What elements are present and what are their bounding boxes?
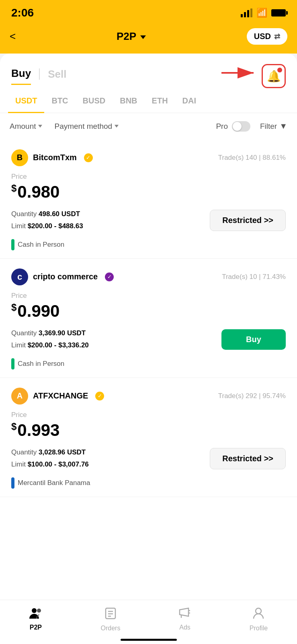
trade-stats-1: Trade(s) 140 | 88.61% (218, 154, 286, 162)
listing-details-1: Quantity 498.60 USDT Limit $200.00 - $48… (11, 208, 286, 233)
pro-toggle[interactable]: Pro (216, 121, 250, 132)
seller-info-1: B BitcomTxm ✓ (11, 149, 93, 166)
payment-method-2: Cash in Person (11, 358, 286, 369)
crypto-tab-btc[interactable]: BTC (44, 96, 75, 113)
status-icons: 📶 (241, 8, 286, 18)
nav-profile[interactable]: Profile (250, 607, 268, 632)
buy-sell-tabs: Buy Sell 🔔 (0, 54, 297, 88)
listing-details-2: Quantity 3,369.90 USDT Limit $200.00 - $… (11, 327, 286, 352)
sell-tab[interactable]: Sell (48, 68, 66, 85)
listing-details-3: Quantity 3,028.96 USDT Limit $100.00 - $… (11, 446, 286, 471)
crypto-tab-dai[interactable]: DAI (175, 96, 203, 113)
status-bar: 2:06 📶 (0, 0, 297, 24)
currency-button[interactable]: USD ⇄ (247, 28, 287, 45)
crypto-tab-bnb[interactable]: BNB (113, 96, 144, 113)
orders-icon (105, 607, 116, 622)
crypto-tab-usdt[interactable]: USDT (8, 96, 44, 113)
exchange-icon: ⇄ (274, 32, 280, 41)
nav-orders-label: Orders (101, 625, 121, 632)
payment-method-3: Mercantil Bank Panama (11, 477, 286, 489)
nav-profile-label: Profile (250, 625, 268, 632)
trade-stats-2: Trade(s) 10 | 71.43% (222, 273, 286, 281)
notification-button[interactable]: 🔔 (262, 64, 286, 88)
price-label-1: Price (11, 173, 286, 181)
payment-filter-arrow-icon (115, 125, 119, 128)
price-dollar-2: $ (11, 302, 16, 313)
nav-ads[interactable]: Ads (179, 607, 191, 632)
wifi-icon: 📶 (256, 8, 267, 18)
p2p-icon (29, 607, 42, 621)
seller-avatar-1: B (11, 149, 28, 166)
pro-toggle-switch[interactable] (232, 121, 250, 132)
trade-stats-3: Trade(s) 292 | 95.74% (218, 392, 286, 400)
payment-method-1: Cash in Person (11, 239, 286, 250)
home-indicator (121, 639, 177, 641)
restricted-button-3[interactable]: Restricted >> (210, 448, 286, 469)
main-content: Buy Sell 🔔 USDT BTC BUSD BNB ETH DA (0, 54, 297, 641)
price-dollar-3: $ (11, 421, 16, 432)
crypto-tab-busd[interactable]: BUSD (76, 96, 113, 113)
verified-icon-1: ✓ (84, 153, 93, 162)
tab-divider (39, 68, 40, 80)
seller-name-2: cripto commerce (33, 272, 98, 281)
filter-icon-button[interactable]: Filter ▼ (260, 122, 287, 131)
listing-header-2: c cripto commerce ✓ Trade(s) 10 | 71.43% (11, 268, 286, 285)
svg-point-2 (32, 608, 37, 613)
svg-point-3 (37, 609, 41, 613)
header: < P2P USD ⇄ (0, 24, 297, 54)
dropdown-arrow-icon[interactable] (140, 35, 146, 39)
listing-card-2: c cripto commerce ✓ Trade(s) 10 | 71.43%… (0, 259, 297, 378)
price-value-2: $0.990 (11, 301, 286, 321)
payment-dot-3 (11, 477, 14, 489)
listing-card-3: A ATFXCHANGE ✓ Trade(s) 292 | 95.74% Pri… (0, 378, 297, 497)
funnel-icon: ▼ (279, 122, 287, 131)
nav-ads-label: Ads (179, 624, 190, 631)
listing-card-1: B BitcomTxm ✓ Trade(s) 140 | 88.61% Pric… (0, 140, 297, 259)
price-value-3: $0.993 (11, 421, 286, 440)
crypto-tabs: USDT BTC BUSD BNB ETH DAI (0, 88, 297, 113)
price-value-1: $0.980 (11, 182, 286, 202)
restricted-button-1[interactable]: Restricted >> (210, 210, 286, 231)
crypto-tab-eth[interactable]: ETH (145, 96, 175, 113)
payment-dot-2 (11, 358, 14, 369)
qty-limit-3: Quantity 3,028.96 USDT Limit $100.00 - $… (11, 446, 89, 471)
bottom-nav: P2P Orders Ads (0, 600, 297, 644)
buy-tab[interactable]: Buy (11, 67, 31, 85)
nav-p2p[interactable]: P2P (29, 607, 42, 632)
nav-orders[interactable]: Orders (101, 607, 121, 632)
listing-header-3: A ATFXCHANGE ✓ Trade(s) 292 | 95.74% (11, 388, 286, 405)
price-label-2: Price (11, 292, 286, 300)
seller-avatar-2: c (11, 268, 28, 285)
seller-name-3: ATFXCHANGE (33, 391, 88, 400)
ads-icon (179, 607, 191, 621)
seller-info-3: A ATFXCHANGE ✓ (11, 388, 104, 405)
price-label-3: Price (11, 411, 286, 419)
seller-name-1: BitcomTxm (33, 153, 77, 162)
arrow-svg (221, 65, 262, 81)
filters-row: Amount Payment method Pro Filter ▼ (0, 113, 297, 140)
amount-filter-button[interactable]: Amount (10, 122, 42, 131)
battery-icon (271, 9, 286, 17)
verified-icon-2: ✓ (105, 272, 114, 281)
qty-limit-2: Quantity 3,369.90 USDT Limit $200.00 - $… (11, 327, 89, 352)
seller-info-2: c cripto commerce ✓ (11, 268, 114, 285)
seller-avatar-3: A (11, 388, 28, 405)
listing-header-1: B BitcomTxm ✓ Trade(s) 140 | 88.61% (11, 149, 286, 166)
header-title: P2P (117, 30, 146, 43)
svg-point-12 (256, 608, 261, 614)
signal-icon (241, 8, 252, 17)
verified-icon-3: ✓ (95, 392, 104, 400)
payment-dot-1 (11, 239, 14, 250)
back-button[interactable]: < (10, 30, 16, 43)
profile-icon (253, 607, 264, 622)
toggle-knob (233, 122, 242, 131)
amount-filter-arrow-icon (38, 125, 42, 128)
price-dollar-1: $ (11, 183, 16, 194)
buy-button-2[interactable]: Buy (221, 329, 286, 350)
qty-limit-1: Quantity 498.60 USDT Limit $200.00 - $48… (11, 208, 83, 233)
payment-method-filter-button[interactable]: Payment method (54, 122, 119, 131)
notification-dot (277, 68, 282, 72)
status-time: 2:06 (11, 6, 34, 19)
nav-p2p-label: P2P (30, 624, 42, 631)
red-arrow-indicator (221, 65, 262, 81)
